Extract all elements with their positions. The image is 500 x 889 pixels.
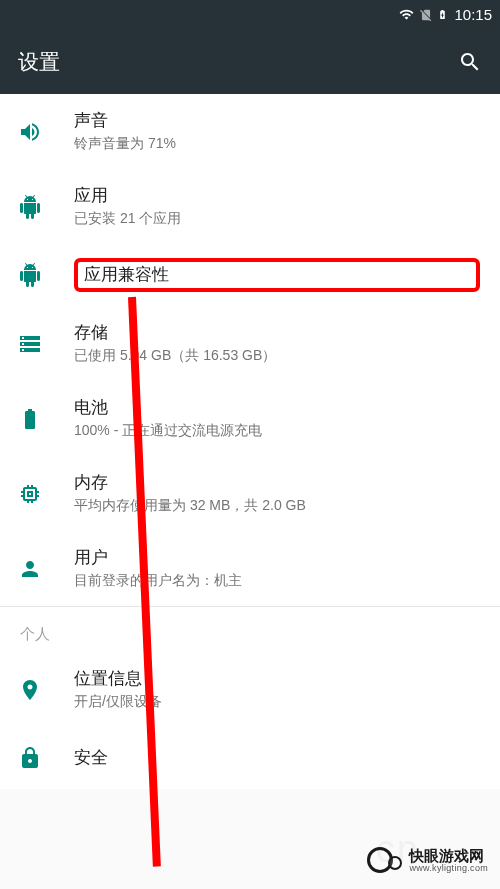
item-subtitle: 开启/仅限设备 bbox=[74, 692, 480, 710]
watermark: 快眼游戏网 www.kyligting.com bbox=[367, 843, 488, 879]
lock-icon bbox=[18, 746, 42, 770]
search-icon[interactable] bbox=[458, 50, 482, 74]
item-subtitle: 已安装 21 个应用 bbox=[74, 209, 480, 227]
storage-icon bbox=[18, 332, 42, 356]
settings-item-battery[interactable]: 电池 100% - 正在通过交流电源充电 bbox=[0, 381, 500, 456]
page-title: 设置 bbox=[18, 48, 60, 76]
settings-item-security[interactable]: 安全 bbox=[0, 727, 500, 789]
app-bar: 设置 bbox=[0, 29, 500, 94]
location-icon bbox=[18, 678, 42, 702]
memory-icon bbox=[18, 482, 42, 506]
watermark-bg: cn bbox=[376, 828, 420, 871]
settings-item-sound[interactable]: 声音 铃声音量为 71% bbox=[0, 94, 500, 169]
person-icon bbox=[18, 557, 42, 581]
item-subtitle: 100% - 正在通过交流电源充电 bbox=[74, 421, 480, 439]
battery-icon bbox=[18, 407, 42, 431]
item-title: 用户 bbox=[74, 547, 480, 569]
highlight-annotation: 应用兼容性 bbox=[74, 258, 480, 292]
battery-charging-icon bbox=[437, 6, 448, 23]
settings-item-users[interactable]: 用户 目前登录的用户名为：机主 bbox=[0, 531, 500, 606]
item-title: 内存 bbox=[74, 472, 480, 494]
settings-item-app-compat[interactable]: 应用兼容性 bbox=[0, 244, 500, 306]
android-icon bbox=[18, 263, 42, 287]
item-subtitle: 已使用 5.04 GB（共 16.53 GB） bbox=[74, 346, 480, 364]
item-title: 声音 bbox=[74, 110, 480, 132]
watermark-logo-icon bbox=[367, 843, 403, 879]
settings-item-apps[interactable]: 应用 已安装 21 个应用 bbox=[0, 169, 500, 244]
item-title: 应用兼容性 bbox=[84, 265, 169, 284]
watermark-title: 快眼游戏网 bbox=[409, 848, 488, 865]
category-personal: 个人 bbox=[0, 606, 500, 652]
item-title: 电池 bbox=[74, 397, 480, 419]
android-icon bbox=[18, 195, 42, 219]
item-title: 位置信息 bbox=[74, 668, 480, 690]
item-subtitle: 平均内存使用量为 32 MB，共 2.0 GB bbox=[74, 496, 480, 514]
settings-item-location[interactable]: 位置信息 开启/仅限设备 bbox=[0, 652, 500, 727]
settings-item-storage[interactable]: 存储 已使用 5.04 GB（共 16.53 GB） bbox=[0, 306, 500, 381]
watermark-url: www.kyligting.com bbox=[409, 864, 488, 874]
item-title: 安全 bbox=[74, 747, 480, 769]
settings-item-memory[interactable]: 内存 平均内存使用量为 32 MB，共 2.0 GB bbox=[0, 456, 500, 531]
status-time: 10:15 bbox=[454, 6, 492, 23]
no-sim-icon bbox=[419, 7, 433, 23]
item-subtitle: 目前登录的用户名为：机主 bbox=[74, 571, 480, 589]
volume-icon bbox=[18, 120, 42, 144]
item-title: 应用 bbox=[74, 185, 480, 207]
status-bar: 10:15 bbox=[0, 0, 500, 29]
item-title: 存储 bbox=[74, 322, 480, 344]
wifi-icon bbox=[398, 7, 415, 22]
settings-list: 声音 铃声音量为 71% 应用 已安装 21 个应用 应用兼容性 存储 已使用 … bbox=[0, 94, 500, 789]
item-subtitle: 铃声音量为 71% bbox=[74, 134, 480, 152]
